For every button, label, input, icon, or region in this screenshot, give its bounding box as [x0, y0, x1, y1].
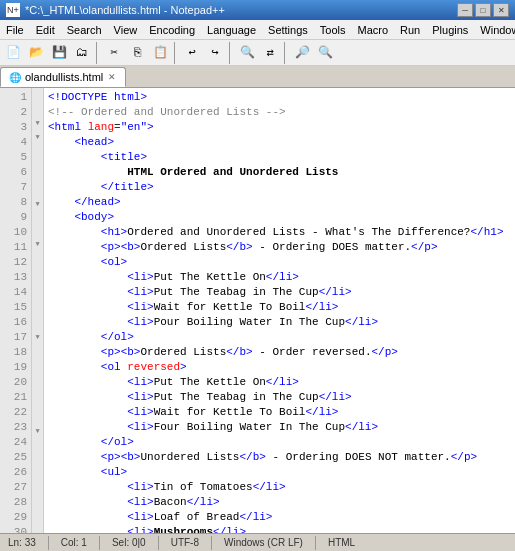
save-all-button[interactable]: 🗂 — [71, 42, 93, 64]
code-line[interactable]: <head> — [44, 135, 515, 150]
line-number: 27 — [0, 480, 31, 495]
line-number: 8 — [0, 195, 31, 210]
copy-button[interactable]: ⎘ — [126, 42, 148, 64]
code-line[interactable]: <h1>Ordered and Unordered Lists - What's… — [44, 225, 515, 240]
code-line[interactable]: <li>Wait for Kettle To Boil</li> — [44, 405, 515, 420]
code-line[interactable]: <li>Put The Teabag in The Cup</li> — [44, 390, 515, 405]
code-line[interactable]: <title> — [44, 150, 515, 165]
fold-marker — [32, 437, 43, 450]
menu-item-edit[interactable]: Edit — [30, 20, 61, 39]
toolbar: 📄 📂 💾 🗂 ✂ ⎘ 📋 ↩ ↪ 🔍 ⇄ 🔎 🔍 — [0, 40, 515, 66]
menu-item-settings[interactable]: Settings — [262, 20, 314, 39]
fold-marker — [32, 90, 43, 103]
line-number: 19 — [0, 360, 31, 375]
line-number: 18 — [0, 345, 31, 360]
code-line[interactable]: <ul> — [44, 465, 515, 480]
menu-item-tools[interactable]: Tools — [314, 20, 352, 39]
new-button[interactable]: 📄 — [2, 42, 24, 64]
code-line[interactable]: <li>Pour Boiling Water In The Cup</li> — [44, 315, 515, 330]
code-line[interactable]: <html lang="en"> — [44, 120, 515, 135]
status-sel: Sel: 0|0 — [108, 537, 150, 548]
window-controls[interactable]: ─ □ ✕ — [457, 3, 509, 17]
fold-marker[interactable]: ▼ — [32, 330, 43, 343]
close-button[interactable]: ✕ — [493, 3, 509, 17]
title-bar: N+ *C:\_HTML\olandullists.html - Notepad… — [0, 0, 515, 20]
editor-area: 1234567891011121314151617181920212223242… — [0, 88, 515, 533]
status-encoding: UTF-8 — [167, 537, 203, 548]
status-sep-5 — [315, 536, 316, 550]
line-number: 1 — [0, 90, 31, 105]
menu-item-encoding[interactable]: Encoding — [143, 20, 201, 39]
fold-marker — [32, 264, 43, 277]
fold-marker[interactable]: ▼ — [32, 130, 43, 143]
tab-0[interactable]: 🌐olandullists.html✕ — [0, 67, 126, 87]
find-button[interactable]: 🔍 — [236, 42, 258, 64]
save-button[interactable]: 💾 — [48, 42, 70, 64]
undo-button[interactable]: ↩ — [181, 42, 203, 64]
cut-button[interactable]: ✂ — [103, 42, 125, 64]
code-content[interactable]: <!DOCTYPE html><!-- Ordered and Unordere… — [44, 88, 515, 533]
fold-marker — [32, 518, 43, 531]
menu-item-macro[interactable]: Macro — [351, 20, 394, 39]
toolbar-separator-3 — [229, 42, 233, 64]
code-line[interactable]: <li>Tin of Tomatoes</li> — [44, 480, 515, 495]
menu-item-view[interactable]: View — [108, 20, 144, 39]
code-line[interactable]: <li>Put The Kettle On</li> — [44, 270, 515, 285]
code-line[interactable]: </title> — [44, 180, 515, 195]
zoom-out-button[interactable]: 🔍 — [314, 42, 336, 64]
line-number: 11 — [0, 240, 31, 255]
menu-bar: FileEditSearchViewEncodingLanguageSettin… — [0, 20, 515, 40]
line-number: 20 — [0, 375, 31, 390]
maximize-button[interactable]: □ — [475, 3, 491, 17]
code-line[interactable]: <li>Wait for Kettle To Boil</li> — [44, 300, 515, 315]
line-number: 21 — [0, 390, 31, 405]
code-line[interactable]: <li>Loaf of Bread</li> — [44, 510, 515, 525]
zoom-in-button[interactable]: 🔎 — [291, 42, 313, 64]
code-line[interactable]: </head> — [44, 195, 515, 210]
code-line[interactable]: <li>Put The Teabag in The Cup</li> — [44, 285, 515, 300]
toolbar-separator-1 — [96, 42, 100, 64]
paste-button[interactable]: 📋 — [149, 42, 171, 64]
code-line[interactable]: <li>Put The Kettle On</li> — [44, 375, 515, 390]
code-line[interactable]: </ol> — [44, 330, 515, 345]
code-line[interactable]: <li>Bacon</li> — [44, 495, 515, 510]
code-line[interactable]: <!-- Ordered and Unordered Lists --> — [44, 105, 515, 120]
replace-button[interactable]: ⇄ — [259, 42, 281, 64]
code-line[interactable]: </ol> — [44, 435, 515, 450]
line-number: 16 — [0, 315, 31, 330]
fold-marker — [32, 371, 43, 384]
minimize-button[interactable]: ─ — [457, 3, 473, 17]
line-number: 28 — [0, 495, 31, 510]
code-line[interactable]: <p><b>Ordered Lists</b> - Ordering DOES … — [44, 240, 515, 255]
menu-item-search[interactable]: Search — [61, 20, 108, 39]
fold-marker[interactable]: ▼ — [32, 197, 43, 210]
open-button[interactable]: 📂 — [25, 42, 47, 64]
fold-marker[interactable]: ▼ — [32, 424, 43, 437]
line-numbers: 1234567891011121314151617181920212223242… — [0, 88, 32, 533]
file-icon: 🌐 — [9, 72, 21, 83]
tab-close-button[interactable]: ✕ — [107, 72, 117, 82]
window-title: *C:\_HTML\olandullists.html - Notepad++ — [25, 4, 452, 16]
code-line[interactable]: <ol> — [44, 255, 515, 270]
line-number: 13 — [0, 270, 31, 285]
code-line[interactable]: <!DOCTYPE html> — [44, 90, 515, 105]
code-line[interactable]: <ol reversed> — [44, 360, 515, 375]
fold-marker — [32, 157, 43, 170]
code-line[interactable]: <body> — [44, 210, 515, 225]
code-line[interactable]: <p><b>Ordered Lists</b> - Order reversed… — [44, 345, 515, 360]
redo-button[interactable]: ↪ — [204, 42, 226, 64]
code-line[interactable]: <li>Mushrooms</li> — [44, 525, 515, 533]
fold-marker[interactable]: ▼ — [32, 117, 43, 130]
code-line[interactable]: HTML Ordered and Unordered Lists — [44, 165, 515, 180]
line-number: 24 — [0, 435, 31, 450]
menu-item-plugins[interactable]: Plugins — [426, 20, 474, 39]
line-number: 4 — [0, 135, 31, 150]
menu-item-run[interactable]: Run — [394, 20, 426, 39]
code-line[interactable]: <li>Four Boiling Water In The Cup</li> — [44, 420, 515, 435]
code-line[interactable]: <p><b>Unordered Lists</b> - Ordering DOE… — [44, 450, 515, 465]
menu-item-window[interactable]: Window — [474, 20, 515, 39]
fold-marker — [32, 491, 43, 504]
fold-marker[interactable]: ▼ — [32, 237, 43, 250]
menu-item-file[interactable]: File — [0, 20, 30, 39]
menu-item-language[interactable]: Language — [201, 20, 262, 39]
